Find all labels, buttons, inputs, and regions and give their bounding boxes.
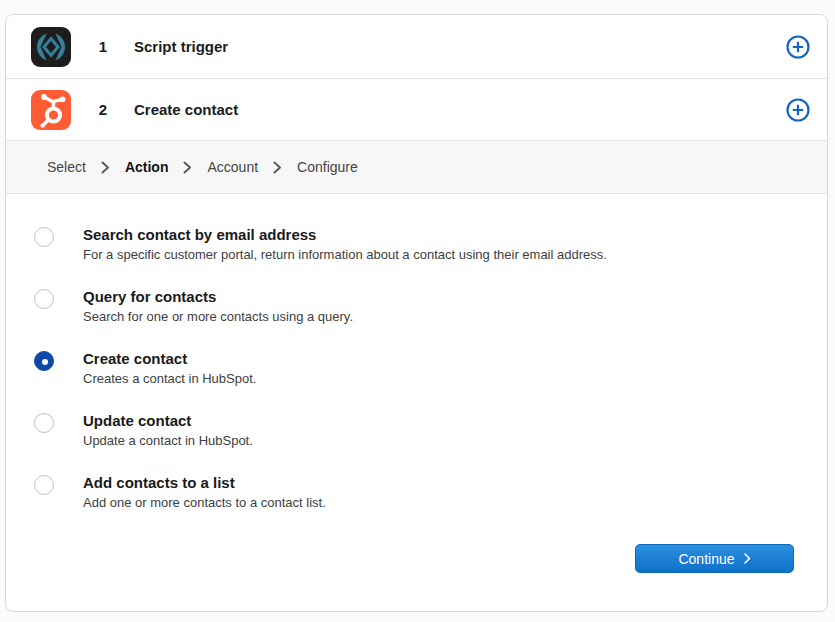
action-options-list: Search contact by email address For a sp… [6,194,827,511]
step-row-action[interactable]: 2 Create contact [6,79,827,141]
radio-button[interactable] [34,475,54,495]
breadcrumb: Select Action Account Configure [6,141,827,194]
workflow-editor-card: 1 Script trigger [5,14,828,612]
plus-circle-icon [786,35,810,59]
option-add-contacts-to-list[interactable]: Add contacts to a list Add one or more c… [34,474,827,511]
radio-button[interactable] [34,227,54,247]
plus-circle-icon [786,98,810,122]
radio-button[interactable] [34,289,54,309]
step-number: 2 [96,101,110,118]
continue-button[interactable]: Continue [635,544,794,573]
option-description: Creates a contact in HubSpot. [83,371,256,387]
step-title: Create contact [134,101,238,118]
chevron-right-icon [101,161,110,174]
hubspot-app-icon [31,90,71,130]
option-search-contact-by-email[interactable]: Search contact by email address For a sp… [34,226,827,263]
step-row-trigger[interactable]: 1 Script trigger [6,15,827,79]
option-title: Query for contacts [83,288,353,306]
option-description: Update a contact in HubSpot. [83,433,253,449]
option-create-contact[interactable]: Create contact Creates a contact in HubS… [34,350,827,387]
option-description: For a specific customer portal, return i… [83,247,607,263]
option-title: Update contact [83,412,253,430]
breadcrumb-configure[interactable]: Configure [297,159,358,175]
breadcrumb-account[interactable]: Account [207,159,258,175]
option-description: Search for one or more contacts using a … [83,309,353,325]
breadcrumb-action[interactable]: Action [125,159,169,175]
script-app-icon [31,27,71,67]
radio-button[interactable] [34,413,54,433]
chevron-right-icon [183,161,192,174]
breadcrumb-select[interactable]: Select [47,159,86,175]
option-title: Add contacts to a list [83,474,326,492]
option-title: Create contact [83,350,256,368]
chevron-right-icon [273,161,282,174]
option-title: Search contact by email address [83,226,607,244]
option-update-contact[interactable]: Update contact Update a contact in HubSp… [34,412,827,449]
option-description: Add one or more contacts to a contact li… [83,495,326,511]
option-query-for-contacts[interactable]: Query for contacts Search for one or mor… [34,288,827,325]
add-step-button[interactable] [785,97,811,123]
step-number: 1 [96,38,110,55]
continue-button-label: Continue [678,551,734,567]
step-title: Script trigger [134,38,228,55]
radio-button-selected[interactable] [34,351,54,371]
chevron-right-icon [744,553,751,564]
add-step-button[interactable] [785,34,811,60]
